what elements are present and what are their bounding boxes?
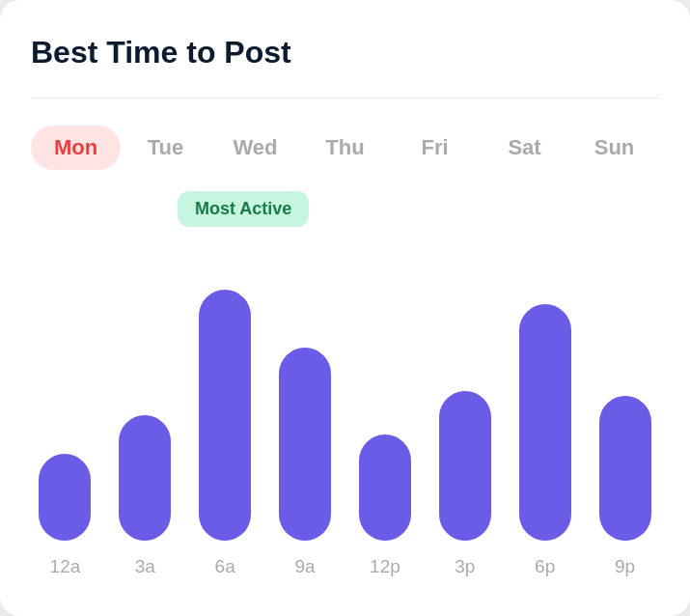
day-tab-fri[interactable]: Fri — [390, 126, 480, 170]
x-label-3p: 3p — [430, 556, 499, 577]
card: Best Time to Post MonTueWedThuFriSatSun … — [0, 0, 690, 616]
chart-area: Most Active 12a3a6a9a12p3p6p9p — [31, 201, 659, 577]
bar-9p — [599, 396, 651, 541]
bar-3p — [439, 391, 491, 541]
x-label-9p: 9p — [591, 556, 659, 577]
page-title: Best Time to Post — [31, 35, 659, 70]
bar-col-12p — [351, 434, 420, 541]
bar-6p — [519, 304, 571, 541]
bar-col-9a — [271, 348, 340, 541]
day-tab-wed[interactable]: Wed — [210, 126, 300, 170]
bar-col-6a — [191, 290, 260, 541]
x-label-3a: 3a — [111, 556, 179, 577]
bar-3a — [119, 415, 171, 541]
bar-col-3a — [111, 415, 179, 541]
x-label-12a: 12a — [31, 556, 99, 577]
x-label-6a: 6a — [191, 556, 260, 577]
bar-col-6p — [511, 304, 579, 541]
bar-12a — [39, 454, 91, 541]
x-label-9a: 9a — [271, 556, 340, 577]
bar-col-9p — [591, 396, 659, 541]
x-label-6p: 6p — [511, 556, 579, 577]
x-labels: 12a3a6a9a12p3p6p9p — [31, 556, 659, 577]
day-tabs: MonTueWedThuFriSatSun — [31, 126, 659, 170]
day-tab-mon[interactable]: Mon — [31, 126, 121, 170]
bars-container — [31, 201, 659, 541]
bar-9a — [279, 348, 331, 541]
day-tab-sat[interactable]: Sat — [480, 126, 569, 170]
x-label-12p: 12p — [351, 556, 420, 577]
day-tab-thu[interactable]: Thu — [300, 126, 390, 170]
most-active-badge: Most Active — [178, 191, 309, 227]
day-tab-sun[interactable]: Sun — [569, 126, 659, 170]
bar-col-3p — [430, 391, 499, 541]
bar-col-12a — [31, 454, 99, 541]
bar-12p — [359, 434, 411, 541]
day-tab-tue[interactable]: Tue — [121, 126, 210, 170]
bar-6a — [199, 290, 251, 541]
divider — [31, 98, 659, 98]
